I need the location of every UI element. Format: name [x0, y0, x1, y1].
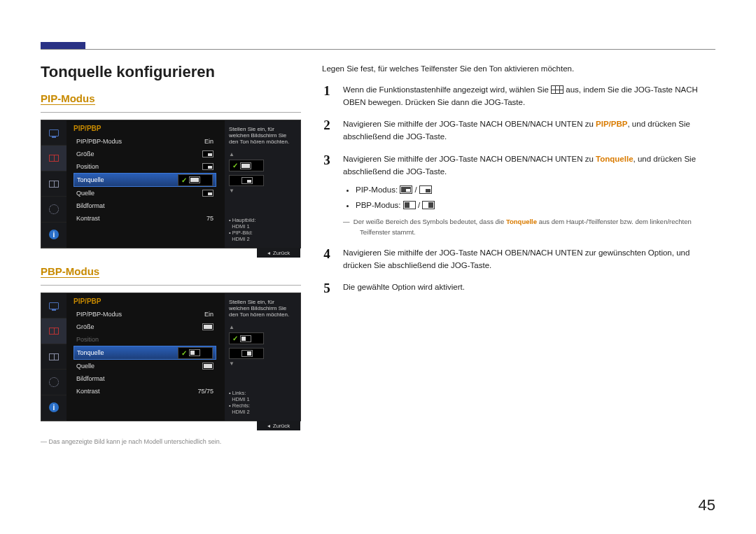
- osd-menu-title: PIP/PBP: [74, 297, 216, 305]
- row-kontrast[interactable]: Kontrast 75/75: [74, 385, 216, 398]
- back-button[interactable]: ◂ Zurück: [257, 421, 300, 430]
- menu-grid-icon: [551, 85, 564, 94]
- pip-sub-icon: [419, 185, 432, 194]
- step-3: 3 Navigieren Sie mithilfe der JOG-Taste …: [322, 153, 715, 237]
- pbp-right-icon: [422, 201, 435, 209]
- page: Tonquelle konfigurieren PIP-Modus i PIP/…: [0, 0, 756, 534]
- step-3-note: ― Der weiße Bereich des Symbols bedeutet…: [343, 217, 715, 237]
- back-button[interactable]: ◂ Zurück: [257, 248, 300, 258]
- back-arrow-icon: ◂: [267, 250, 270, 256]
- row-kontrast-value: 75/75: [197, 388, 214, 395]
- back-label: Zurück: [273, 250, 290, 256]
- back-arrow-icon: ◂: [267, 423, 270, 429]
- tonquelle-options-pip[interactable]: ✓: [178, 174, 213, 186]
- row-size-label: Größe: [76, 150, 94, 157]
- right-column: Legen Sie fest, für welches Teilfenster …: [322, 63, 715, 445]
- sidebar-settings-icon[interactable]: [41, 370, 66, 395]
- step-number: 3: [322, 153, 332, 237]
- tonquelle-options-pbp[interactable]: ✓: [178, 347, 213, 359]
- arrow-up-icon: ▲: [229, 325, 234, 330]
- row-position[interactable]: Position: [74, 160, 216, 173]
- row-quelle[interactable]: Quelle: [74, 360, 216, 372]
- osd-sidebar: i: [41, 293, 66, 421]
- page-title: Tonquelle konfigurieren: [41, 63, 301, 81]
- source-icon: [202, 190, 214, 197]
- info-opt-2: [229, 348, 264, 359]
- step-number: 1: [322, 84, 332, 109]
- bullet-pbp: PBP-Modus: /: [356, 199, 715, 212]
- intro-text: Legen Sie fest, für welches Teilfenster …: [322, 63, 715, 76]
- row-size[interactable]: Größe: [74, 321, 216, 333]
- sidebar-onscreen-icon[interactable]: [41, 344, 66, 370]
- check-icon: ✓: [181, 349, 187, 357]
- step-4: 4 Navigieren Sie mithilfe der JOG-Taste …: [322, 247, 715, 272]
- row-mode-value: Ein: [204, 311, 214, 318]
- osd-info-panel: Stellen Sie ein, für welchen Bildschirm …: [225, 120, 300, 248]
- step-number: 4: [322, 247, 332, 272]
- row-quelle-label: Quelle: [76, 363, 94, 370]
- footnote-left: ― Das angezeigte Bild kann je nach Model…: [41, 438, 301, 445]
- section-pip-header: PIP-Modus: [41, 92, 301, 113]
- info-opt-1: ✓: [229, 332, 264, 344]
- sidebar-info-icon[interactable]: i: [41, 223, 66, 248]
- row-tonquelle-label: Tonquelle: [77, 176, 104, 183]
- row-bildformat[interactable]: Bildformat: [74, 199, 216, 212]
- info-opt-2: [229, 175, 264, 186]
- pip-menu-screenshot: i PIP/PBP PIP/PBP-Modus Ein Größe Positi…: [41, 120, 301, 248]
- step-3-text: Navigieren Sie mithilfe der JOG-Taste NA…: [343, 153, 715, 237]
- size-icon: [202, 323, 214, 330]
- page-number: 45: [699, 496, 715, 514]
- arrow-up-icon: ▲: [229, 152, 234, 157]
- size-icon: [202, 150, 214, 157]
- step-number: 5: [322, 281, 332, 295]
- osd-sidebar: i: [41, 120, 66, 248]
- left-column: Tonquelle konfigurieren PIP-Modus i PIP/…: [41, 63, 301, 445]
- row-position-label: Position: [76, 163, 99, 170]
- row-bildformat[interactable]: Bildformat: [74, 372, 216, 385]
- pbp-left-icon: [403, 201, 416, 209]
- pip-main-icon: [400, 185, 412, 194]
- sidebar-pip-pbp-icon[interactable]: [41, 318, 66, 344]
- info-opt-1: ✓: [229, 160, 264, 171]
- back-label: Zurück: [273, 423, 290, 429]
- row-kontrast[interactable]: Kontrast 75: [74, 212, 216, 225]
- header-rule: [41, 49, 715, 50]
- opt-main-icon: [189, 176, 200, 183]
- row-bildformat-label: Bildformat: [76, 202, 105, 209]
- row-quelle[interactable]: Quelle: [74, 187, 216, 199]
- sidebar-onscreen-icon[interactable]: [41, 171, 66, 197]
- osd-info-text: Stellen Sie ein, für welchen Bildschirm …: [229, 126, 296, 145]
- osd-menu-list: PIP/PBP PIP/PBP-Modus Ein Größe Position: [66, 120, 223, 248]
- row-kontrast-value: 75: [206, 215, 214, 222]
- row-bildformat-label: Bildformat: [76, 375, 105, 382]
- step-3-bullets: PIP-Modus: / PBP-Modus: /: [343, 184, 715, 212]
- sidebar-pip-pbp-icon[interactable]: [41, 146, 66, 171]
- step-number: 2: [322, 118, 332, 143]
- row-tonquelle[interactable]: Tonquelle ✓: [74, 346, 216, 360]
- section-pip-title: PIP-Modus: [41, 92, 95, 105]
- sidebar-settings-icon[interactable]: [41, 197, 66, 222]
- step-1: 1 Wenn die Funktionstastenhilfe angezeig…: [322, 84, 715, 109]
- row-mode-value: Ein: [204, 138, 214, 145]
- row-kontrast-label: Kontrast: [76, 388, 100, 395]
- sidebar-picture-icon[interactable]: [41, 293, 66, 318]
- opt-left-icon: [189, 349, 200, 356]
- sidebar-picture-icon[interactable]: [41, 120, 66, 146]
- position-icon: [202, 163, 214, 170]
- osd-info-text: Stellen Sie ein, für welchen Bildschirm …: [229, 299, 296, 318]
- osd-info-bullets: • Hauptbild: HDMI 1 • PIP-Bild: HDMI 2: [229, 217, 296, 242]
- row-mode[interactable]: PIP/PBP-Modus Ein: [74, 135, 216, 148]
- row-mode[interactable]: PIP/PBP-Modus Ein: [74, 308, 216, 321]
- row-mode-label: PIP/PBP-Modus: [76, 311, 122, 318]
- sidebar-info-icon[interactable]: i: [41, 395, 66, 421]
- step-1-text: Wenn die Funktionstastenhilfe angezeigt …: [343, 84, 715, 109]
- row-tonquelle[interactable]: Tonquelle ✓: [74, 173, 216, 187]
- step-5: 5 Die gewählte Option wird aktiviert.: [322, 281, 715, 295]
- pbp-menu-screenshot: i PIP/PBP PIP/PBP-Modus Ein Größe Positi…: [41, 293, 301, 421]
- section-pbp-header: PBP-Modus: [41, 265, 301, 286]
- osd-menu-title: PIP/PBP: [74, 125, 216, 132]
- osd-info-panel: Stellen Sie ein, für welchen Bildschirm …: [225, 293, 300, 421]
- content-columns: Tonquelle konfigurieren PIP-Modus i PIP/…: [41, 63, 715, 445]
- row-size[interactable]: Größe: [74, 148, 216, 160]
- section-pbp-title: PBP-Modus: [41, 265, 99, 278]
